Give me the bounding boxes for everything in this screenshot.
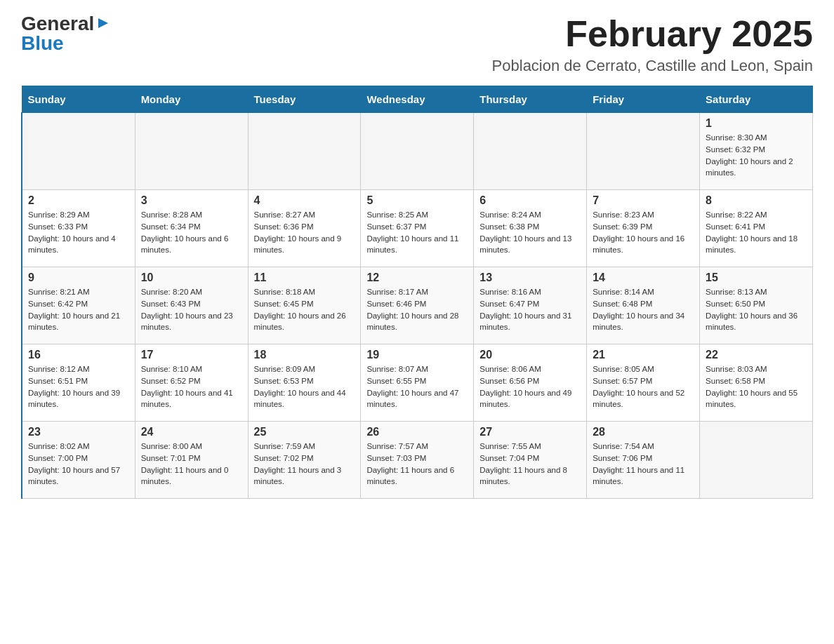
header-saturday: Saturday	[700, 86, 813, 113]
day-number: 6	[479, 194, 581, 207]
calendar-cell: 10Sunrise: 8:20 AM Sunset: 6:43 PM Dayli…	[135, 267, 248, 344]
calendar-cell	[22, 113, 135, 190]
day-number: 5	[366, 194, 468, 207]
day-info: Sunrise: 8:13 AM Sunset: 6:50 PM Dayligh…	[706, 286, 807, 333]
calendar-cell: 3Sunrise: 8:28 AM Sunset: 6:34 PM Daylig…	[135, 190, 248, 267]
day-info: Sunrise: 8:05 AM Sunset: 6:57 PM Dayligh…	[593, 363, 694, 410]
day-number: 20	[479, 349, 581, 361]
day-info: Sunrise: 8:12 AM Sunset: 6:51 PM Dayligh…	[28, 363, 129, 410]
day-info: Sunrise: 7:55 AM Sunset: 7:04 PM Dayligh…	[479, 441, 581, 488]
svg-marker-0	[98, 18, 108, 28]
day-info: Sunrise: 8:30 AM Sunset: 6:32 PM Dayligh…	[706, 132, 807, 179]
calendar-cell: 18Sunrise: 8:09 AM Sunset: 6:53 PM Dayli…	[248, 344, 361, 422]
day-number: 8	[706, 194, 807, 207]
page-header: General Blue February 2025 Poblacion de …	[21, 14, 813, 75]
day-number: 12	[366, 271, 468, 284]
calendar-cell: 4Sunrise: 8:27 AM Sunset: 6:36 PM Daylig…	[248, 190, 361, 267]
day-info: Sunrise: 8:16 AM Sunset: 6:47 PM Dayligh…	[479, 286, 581, 333]
day-info: Sunrise: 8:00 AM Sunset: 7:01 PM Dayligh…	[141, 441, 242, 488]
day-number: 19	[366, 349, 468, 361]
header-friday: Friday	[587, 86, 700, 113]
day-number: 2	[28, 194, 129, 207]
week-row-5: 23Sunrise: 8:02 AM Sunset: 7:00 PM Dayli…	[22, 422, 813, 499]
calendar-body: 1Sunrise: 8:30 AM Sunset: 6:32 PM Daylig…	[22, 113, 813, 499]
calendar-cell: 2Sunrise: 8:29 AM Sunset: 6:33 PM Daylig…	[22, 190, 135, 267]
day-info: Sunrise: 8:28 AM Sunset: 6:34 PM Dayligh…	[141, 209, 242, 256]
calendar-cell: 23Sunrise: 8:02 AM Sunset: 7:00 PM Dayli…	[22, 422, 135, 499]
page-subtitle: Poblacion de Cerrato, Castille and Leon,…	[492, 57, 813, 75]
day-number: 28	[593, 426, 694, 438]
calendar-cell: 26Sunrise: 7:57 AM Sunset: 7:03 PM Dayli…	[361, 422, 474, 499]
header-wednesday: Wednesday	[361, 86, 474, 113]
day-info: Sunrise: 8:23 AM Sunset: 6:39 PM Dayligh…	[593, 209, 694, 256]
calendar-cell	[474, 113, 587, 190]
day-info: Sunrise: 8:21 AM Sunset: 6:42 PM Dayligh…	[28, 286, 129, 333]
day-info: Sunrise: 8:18 AM Sunset: 6:45 PM Dayligh…	[254, 286, 355, 333]
calendar-cell: 28Sunrise: 7:54 AM Sunset: 7:06 PM Dayli…	[587, 422, 700, 499]
calendar-cell: 15Sunrise: 8:13 AM Sunset: 6:50 PM Dayli…	[700, 267, 813, 344]
day-info: Sunrise: 8:02 AM Sunset: 7:00 PM Dayligh…	[28, 441, 129, 488]
logo-blue: Blue	[21, 34, 64, 53]
day-number: 7	[593, 194, 694, 207]
day-number: 18	[254, 349, 355, 361]
calendar-cell: 1Sunrise: 8:30 AM Sunset: 6:32 PM Daylig…	[700, 113, 813, 190]
week-row-4: 16Sunrise: 8:12 AM Sunset: 6:51 PM Dayli…	[22, 344, 813, 422]
day-number: 9	[28, 271, 129, 284]
header-sunday: Sunday	[22, 86, 135, 113]
day-info: Sunrise: 8:17 AM Sunset: 6:46 PM Dayligh…	[366, 286, 468, 333]
day-number: 14	[593, 271, 694, 284]
header-monday: Monday	[135, 86, 248, 113]
day-info: Sunrise: 8:09 AM Sunset: 6:53 PM Dayligh…	[254, 363, 355, 410]
calendar-cell: 27Sunrise: 7:55 AM Sunset: 7:04 PM Dayli…	[474, 422, 587, 499]
logo: General Blue	[21, 14, 111, 53]
calendar-cell	[248, 113, 361, 190]
calendar-cell: 14Sunrise: 8:14 AM Sunset: 6:48 PM Dayli…	[587, 267, 700, 344]
day-info: Sunrise: 8:10 AM Sunset: 6:52 PM Dayligh…	[141, 363, 242, 410]
weekday-header-row: SundayMondayTuesdayWednesdayThursdayFrid…	[22, 86, 813, 113]
day-number: 13	[479, 271, 581, 284]
calendar-cell: 12Sunrise: 8:17 AM Sunset: 6:46 PM Dayli…	[361, 267, 474, 344]
logo-arrow-icon	[95, 15, 111, 31]
title-section: February 2025 Poblacion de Cerrato, Cast…	[492, 14, 813, 75]
week-row-2: 2Sunrise: 8:29 AM Sunset: 6:33 PM Daylig…	[22, 190, 813, 267]
calendar-cell: 25Sunrise: 7:59 AM Sunset: 7:02 PM Dayli…	[248, 422, 361, 499]
day-info: Sunrise: 7:57 AM Sunset: 7:03 PM Dayligh…	[366, 441, 468, 488]
day-number: 26	[366, 426, 468, 438]
week-row-3: 9Sunrise: 8:21 AM Sunset: 6:42 PM Daylig…	[22, 267, 813, 344]
calendar-cell	[700, 422, 813, 499]
calendar-cell	[587, 113, 700, 190]
day-number: 3	[141, 194, 242, 207]
calendar-cell: 24Sunrise: 8:00 AM Sunset: 7:01 PM Dayli…	[135, 422, 248, 499]
day-number: 1	[706, 117, 807, 130]
calendar-cell: 13Sunrise: 8:16 AM Sunset: 6:47 PM Dayli…	[474, 267, 587, 344]
day-info: Sunrise: 7:54 AM Sunset: 7:06 PM Dayligh…	[593, 441, 694, 488]
day-number: 22	[706, 349, 807, 361]
calendar-cell: 16Sunrise: 8:12 AM Sunset: 6:51 PM Dayli…	[22, 344, 135, 422]
calendar-cell: 19Sunrise: 8:07 AM Sunset: 6:55 PM Dayli…	[361, 344, 474, 422]
calendar-cell	[361, 113, 474, 190]
day-info: Sunrise: 7:59 AM Sunset: 7:02 PM Dayligh…	[254, 441, 355, 488]
calendar-cell: 6Sunrise: 8:24 AM Sunset: 6:38 PM Daylig…	[474, 190, 587, 267]
day-info: Sunrise: 8:25 AM Sunset: 6:37 PM Dayligh…	[366, 209, 468, 256]
calendar-cell: 7Sunrise: 8:23 AM Sunset: 6:39 PM Daylig…	[587, 190, 700, 267]
calendar-cell: 21Sunrise: 8:05 AM Sunset: 6:57 PM Dayli…	[587, 344, 700, 422]
day-number: 11	[254, 271, 355, 284]
day-number: 21	[593, 349, 694, 361]
day-number: 10	[141, 271, 242, 284]
day-info: Sunrise: 8:20 AM Sunset: 6:43 PM Dayligh…	[141, 286, 242, 333]
day-info: Sunrise: 8:29 AM Sunset: 6:33 PM Dayligh…	[28, 209, 129, 256]
day-info: Sunrise: 8:14 AM Sunset: 6:48 PM Dayligh…	[593, 286, 694, 333]
header-thursday: Thursday	[474, 86, 587, 113]
calendar-cell: 22Sunrise: 8:03 AM Sunset: 6:58 PM Dayli…	[700, 344, 813, 422]
calendar-cell: 9Sunrise: 8:21 AM Sunset: 6:42 PM Daylig…	[22, 267, 135, 344]
calendar-cell: 8Sunrise: 8:22 AM Sunset: 6:41 PM Daylig…	[700, 190, 813, 267]
logo-general: General	[21, 14, 94, 34]
day-number: 16	[28, 349, 129, 361]
day-number: 25	[254, 426, 355, 438]
day-number: 15	[706, 271, 807, 284]
day-info: Sunrise: 8:27 AM Sunset: 6:36 PM Dayligh…	[254, 209, 355, 256]
calendar-table: SundayMondayTuesdayWednesdayThursdayFrid…	[21, 86, 813, 499]
day-number: 4	[254, 194, 355, 207]
day-info: Sunrise: 8:22 AM Sunset: 6:41 PM Dayligh…	[706, 209, 807, 256]
day-number: 24	[141, 426, 242, 438]
